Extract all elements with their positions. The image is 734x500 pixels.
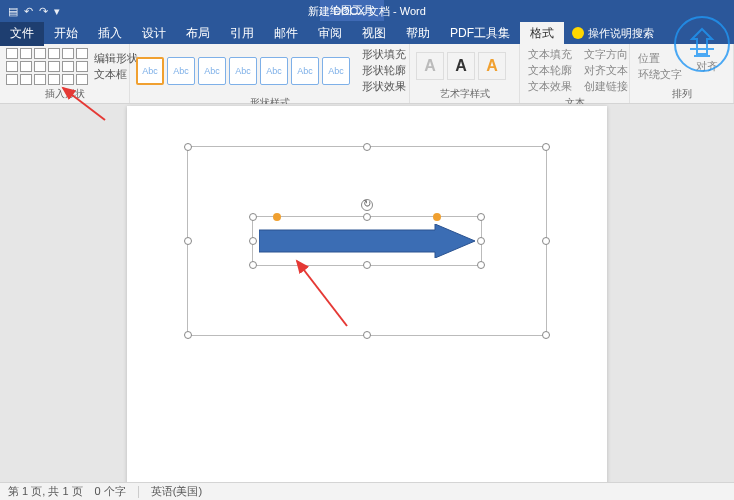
position-button[interactable]: 位置 bbox=[636, 51, 684, 66]
tab-pdf[interactable]: PDF工具集 bbox=[440, 21, 520, 46]
status-page[interactable]: 第 1 页, 共 1 页 bbox=[8, 484, 83, 499]
redo-icon[interactable]: ↷ bbox=[39, 5, 48, 18]
document-title: 新建 DOCX 文档 - Word bbox=[308, 4, 426, 19]
resize-handle[interactable] bbox=[184, 237, 192, 245]
tab-references[interactable]: 引用 bbox=[220, 21, 264, 46]
title-bar: ▤ ↶ ↷ ▾ 绘图工具 新建 DOCX 文档 - Word bbox=[0, 0, 734, 22]
wrap-text-button[interactable]: 环绕文字 bbox=[636, 67, 684, 82]
resize-handle[interactable] bbox=[542, 143, 550, 151]
style-preset[interactable]: Abc bbox=[291, 57, 319, 85]
qat-more-icon[interactable]: ▾ bbox=[54, 5, 60, 18]
tab-design[interactable]: 设计 bbox=[132, 21, 176, 46]
group-arrange: 位置 环绕文字 对齐 排列 bbox=[630, 44, 734, 103]
wordart-preset[interactable]: A bbox=[416, 52, 444, 80]
adjust-handle[interactable] bbox=[273, 213, 281, 221]
tell-me-search[interactable]: 操作说明搜索 bbox=[564, 26, 654, 41]
text-fill-button[interactable]: 文本填充 bbox=[526, 47, 574, 62]
align-text-button[interactable]: 对齐文本 bbox=[582, 63, 630, 78]
shape-style-gallery[interactable]: Abc Abc Abc Abc Abc Abc Abc bbox=[136, 57, 350, 85]
tell-me-label: 操作说明搜索 bbox=[588, 26, 654, 41]
adjust-handle[interactable] bbox=[433, 213, 441, 221]
resize-handle[interactable] bbox=[542, 331, 550, 339]
tab-file[interactable]: 文件 bbox=[0, 21, 44, 46]
text-effects-button[interactable]: 文本效果 bbox=[526, 79, 574, 94]
create-link-button[interactable]: 创建链接 bbox=[582, 79, 630, 94]
style-preset[interactable]: Abc bbox=[167, 57, 195, 85]
resize-handle[interactable] bbox=[542, 237, 550, 245]
tab-review[interactable]: 审阅 bbox=[308, 21, 352, 46]
text-outline-button[interactable]: 文本轮廓 bbox=[526, 63, 574, 78]
tab-help[interactable]: 帮助 bbox=[396, 21, 440, 46]
resize-handle[interactable] bbox=[184, 143, 192, 151]
shape-effects-button[interactable]: 形状效果 bbox=[360, 79, 408, 94]
text-direction-button[interactable]: 文字方向 bbox=[582, 47, 630, 62]
resize-handle[interactable] bbox=[363, 213, 371, 221]
separator bbox=[138, 486, 139, 498]
wordart-preset[interactable]: A bbox=[447, 52, 475, 80]
group-shape-styles: Abc Abc Abc Abc Abc Abc Abc 形状填充 形状轮廓 形状… bbox=[130, 44, 410, 103]
rotate-handle[interactable] bbox=[361, 199, 373, 211]
undo-icon[interactable]: ↶ bbox=[24, 5, 33, 18]
shape-gallery[interactable] bbox=[6, 48, 88, 85]
resize-handle[interactable] bbox=[477, 213, 485, 221]
wordart-gallery[interactable]: A A A bbox=[416, 52, 506, 80]
style-preset[interactable]: Abc bbox=[322, 57, 350, 85]
tab-layout[interactable]: 布局 bbox=[176, 21, 220, 46]
group-wordart-styles: A A A 艺术字样式 bbox=[410, 44, 520, 103]
bulb-icon bbox=[572, 27, 584, 39]
style-preset[interactable]: Abc bbox=[198, 57, 226, 85]
ribbon-tabs: 文件 开始 插入 设计 布局 引用 邮件 审阅 视图 帮助 PDF工具集 格式 … bbox=[0, 22, 734, 44]
resize-handle[interactable] bbox=[477, 237, 485, 245]
tab-format[interactable]: 格式 bbox=[520, 21, 564, 46]
align-button[interactable]: 对齐 bbox=[694, 59, 720, 74]
resize-handle[interactable] bbox=[249, 213, 257, 221]
group-label: 艺术字样式 bbox=[416, 87, 513, 101]
tab-mailings[interactable]: 邮件 bbox=[264, 21, 308, 46]
resize-handle[interactable] bbox=[184, 331, 192, 339]
resize-handle[interactable] bbox=[363, 331, 371, 339]
resize-handle[interactable] bbox=[363, 143, 371, 151]
resize-handle[interactable] bbox=[363, 261, 371, 269]
resize-handle[interactable] bbox=[477, 261, 485, 269]
quick-access-toolbar: ▤ ↶ ↷ ▾ bbox=[0, 5, 60, 18]
tab-home[interactable]: 开始 bbox=[44, 21, 88, 46]
resize-handle[interactable] bbox=[249, 237, 257, 245]
resize-handle[interactable] bbox=[249, 261, 257, 269]
tab-view[interactable]: 视图 bbox=[352, 21, 396, 46]
status-words[interactable]: 0 个字 bbox=[95, 484, 126, 499]
shape-fill-button[interactable]: 形状填充 bbox=[360, 47, 408, 62]
tab-insert[interactable]: 插入 bbox=[88, 21, 132, 46]
wordart-preset[interactable]: A bbox=[478, 52, 506, 80]
group-label: 插入形状 bbox=[6, 87, 123, 101]
group-text: 文本填充 文本轮廓 文本效果 文字方向 对齐文本 创建链接 文本 bbox=[520, 44, 630, 103]
save-icon[interactable]: ▤ bbox=[8, 5, 18, 18]
arrow-shape[interactable] bbox=[259, 224, 475, 258]
style-preset[interactable]: Abc bbox=[260, 57, 288, 85]
style-preset[interactable]: Abc bbox=[229, 57, 257, 85]
page[interactable] bbox=[127, 106, 607, 482]
group-label: 排列 bbox=[636, 87, 727, 101]
status-language[interactable]: 英语(美国) bbox=[151, 484, 202, 499]
status-bar: 第 1 页, 共 1 页 0 个字 英语(美国) bbox=[0, 482, 734, 500]
shape-outline-button[interactable]: 形状轮廓 bbox=[360, 63, 408, 78]
ribbon: 编辑形状 文本框 插入形状 Abc Abc Abc Abc Abc Abc Ab… bbox=[0, 44, 734, 104]
document-canvas[interactable] bbox=[0, 104, 734, 482]
group-insert-shapes: 编辑形状 文本框 插入形状 bbox=[0, 44, 130, 103]
style-preset[interactable]: Abc bbox=[136, 57, 164, 85]
